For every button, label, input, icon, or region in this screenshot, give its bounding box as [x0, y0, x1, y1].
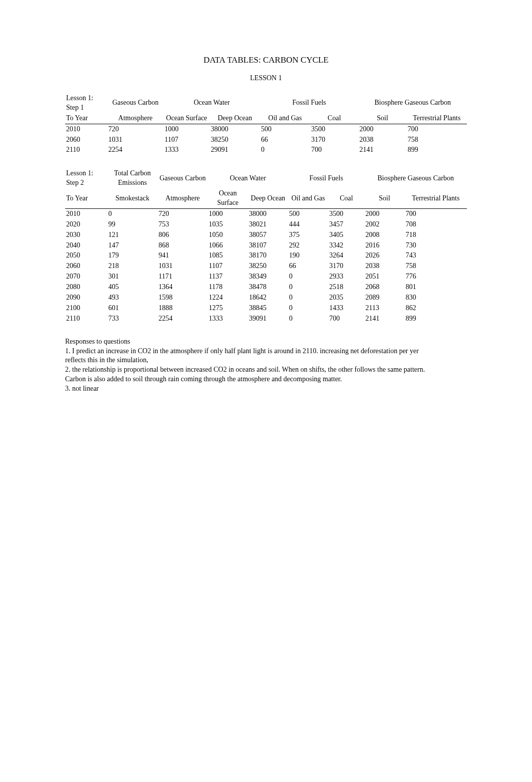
table2-group-fossil: Fossil Fuels — [288, 168, 364, 188]
table-cell: 830 — [405, 293, 467, 303]
table-cell: 1433 — [328, 303, 364, 314]
table1-sub-soil: Soil — [358, 113, 406, 124]
table-cell: 1275 — [208, 303, 248, 314]
table-cell: 2000 — [358, 124, 406, 134]
table-cell: 899 — [405, 314, 467, 324]
table-cell: 1107 — [208, 261, 248, 272]
table-cell: 38057 — [248, 230, 288, 240]
table-cell: 38170 — [248, 250, 288, 261]
table-cell: 2010 — [65, 208, 107, 219]
table-cell: 700 — [405, 208, 467, 219]
table-cell: 1035 — [208, 219, 248, 230]
table-cell: 121 — [107, 230, 157, 240]
table-cell: 38250 — [248, 261, 288, 272]
table-cell: 38107 — [248, 240, 288, 251]
table-cell: 776 — [405, 272, 467, 282]
table-cell: 1000 — [208, 208, 248, 219]
table-cell: 2070 — [65, 272, 107, 282]
table-cell: 1031 — [107, 135, 163, 145]
table-cell: 38000 — [210, 124, 260, 134]
table1-group-ocean: Ocean Water — [163, 93, 259, 113]
table-cell: 38478 — [248, 282, 288, 293]
table-cell: 899 — [407, 145, 467, 155]
table-cell: 66 — [260, 135, 310, 145]
table1-sub-atmosphere: Atmosphere — [107, 113, 163, 124]
table1-sub-oceansurface: Ocean Surface — [163, 113, 209, 124]
table-cell: 2035 — [328, 293, 364, 303]
table-cell: 190 — [288, 250, 328, 261]
table-cell: 2026 — [364, 250, 404, 261]
table1-group-gaseous: Gaseous Carbon — [107, 93, 163, 113]
table-cell: 2518 — [328, 282, 364, 293]
responses-section: Responses to questions 1. I predict an i… — [65, 337, 436, 394]
table-row: 21006011888127538845014332113862 — [65, 303, 467, 314]
table-cell: 720 — [157, 208, 207, 219]
table-cell: 3264 — [328, 250, 364, 261]
table-cell: 2040 — [65, 240, 107, 251]
table-cell: 218 — [107, 261, 157, 272]
table-cell: 2002 — [364, 219, 404, 230]
table-cell: 500 — [260, 124, 310, 134]
table-cell: 0 — [288, 272, 328, 282]
table-cell: 2141 — [358, 145, 406, 155]
table-cell: 375 — [288, 230, 328, 240]
table1-group-fossil: Fossil Fuels — [260, 93, 358, 113]
table-cell: 1031 — [157, 261, 207, 272]
table-cell: 38250 — [210, 135, 260, 145]
table1-sub-deepocean: Deep Ocean — [210, 113, 260, 124]
table-cell: 1364 — [157, 282, 207, 293]
table-cell: 730 — [405, 240, 467, 251]
table-cell: 2090 — [65, 293, 107, 303]
table-row: 20804051364117838478025182068801 — [65, 282, 467, 293]
table-row: 204014786810663810729233422016730 — [65, 240, 467, 251]
table-cell: 1171 — [157, 272, 207, 282]
document-page: DATA TABLES: CARBON CYCLE LESSON 1 Lesso… — [0, 0, 532, 394]
table-cell: 3170 — [328, 261, 364, 272]
table-row: 206010311107382506631702038758 — [65, 135, 467, 145]
table-cell: 1888 — [157, 303, 207, 314]
table-cell: 2000 — [364, 208, 404, 219]
responses-heading: Responses to questions — [65, 337, 436, 347]
table2-corner2: To Year — [65, 188, 107, 208]
table-step2: Lesson 1: Step 2 Total Carbon Emissions … — [65, 168, 467, 324]
table-cell: 1066 — [208, 240, 248, 251]
table-cell: 1178 — [208, 282, 248, 293]
table-cell: 601 — [107, 303, 157, 314]
table-cell: 0 — [260, 145, 310, 155]
table-cell: 2110 — [65, 314, 107, 324]
page-subtitle: LESSON 1 — [65, 74, 467, 82]
table-cell: 700 — [328, 314, 364, 324]
table-cell: 179 — [107, 250, 157, 261]
table-cell: 405 — [107, 282, 157, 293]
table2-group-ocean: Ocean Water — [208, 168, 288, 188]
table-cell: 2141 — [364, 314, 404, 324]
table-cell: 2080 — [65, 282, 107, 293]
table-row: 20209975310353802144434572002708 — [65, 219, 467, 230]
table-cell: 2068 — [364, 282, 404, 293]
table-cell: 733 — [107, 314, 157, 324]
table-step1: Lesson 1: Step 1 Gaseous Carbon Ocean Wa… — [65, 93, 467, 155]
table-cell: 1333 — [163, 145, 209, 155]
table-row: 206021810311107382506631702038758 — [65, 261, 467, 272]
table-cell: 806 — [157, 230, 207, 240]
table-cell: 39091 — [248, 314, 288, 324]
table-cell: 2051 — [364, 272, 404, 282]
table2-sub-oilgas: Oil and Gas — [288, 188, 328, 208]
table-cell: 2038 — [364, 261, 404, 272]
table2-group-emissions: Total Carbon Emissions — [107, 168, 157, 188]
table-cell: 1224 — [208, 293, 248, 303]
response-1: 1. I predict an increase in CO2 in the a… — [65, 347, 436, 366]
table-row: 2010072010003800050035002000700 — [65, 208, 467, 219]
table1-corner1: Lesson 1: Step 1 — [65, 93, 107, 113]
table-cell: 2030 — [65, 230, 107, 240]
table-cell: 2100 — [65, 303, 107, 314]
table-cell: 301 — [107, 272, 157, 282]
table-cell: 0 — [288, 303, 328, 314]
table-row: 201072010003800050035002000700 — [65, 124, 467, 134]
table-cell: 147 — [107, 240, 157, 251]
table-cell: 3170 — [310, 135, 358, 145]
table-cell: 99 — [107, 219, 157, 230]
table-cell: 38000 — [248, 208, 288, 219]
table2-sub-atmosphere: Atmosphere — [157, 188, 207, 208]
table-cell: 3457 — [328, 219, 364, 230]
